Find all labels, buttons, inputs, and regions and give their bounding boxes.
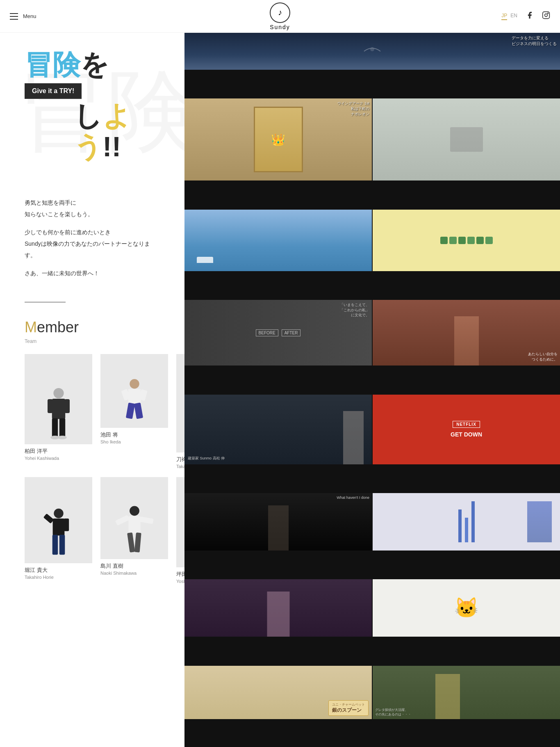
member-title: M ember <box>25 319 160 336</box>
menu-label: Menu <box>23 13 36 19</box>
section-divider <box>25 302 66 302</box>
svg-rect-4 <box>52 399 65 419</box>
member-name-en-shimakawa: Naoki Shimakawa <box>100 571 168 576</box>
get-down-label: GET DOWN <box>451 431 482 438</box>
member-photo-kashiwada <box>25 354 92 444</box>
member-name-en-kashiwada: Yohei Kashiwada <box>25 456 92 461</box>
header-right: JP EN <box>501 11 550 21</box>
member-card-kashiwada: 柏田 洋平 Yohei Kashiwada <box>25 354 92 469</box>
member-section: M ember Team <box>0 311 184 592</box>
video-thumb-netflix[interactable]: NETFLIX GET DOWN <box>373 395 560 464</box>
give-it-banner: Give it a TRY! <box>25 83 82 99</box>
hero-line1: 冒険を <box>25 49 160 80</box>
body-para2: 少しでも何かを前に進めたいときSundyは映像の力であなたのパートナーとなります… <box>25 226 160 261</box>
hero-kanji-exclaim: !! <box>102 131 121 162</box>
svg-rect-7 <box>52 418 57 437</box>
hero-big-text: 冒険を Give it a TRY! しよう!! <box>25 49 160 162</box>
svg-rect-35 <box>52 535 58 555</box>
member-photo-ikeda <box>100 354 168 428</box>
member-ember: ember <box>37 319 79 336</box>
svg-point-57 <box>370 47 374 51</box>
lang-switcher: JP EN <box>501 13 517 20</box>
before-label: BEFORE <box>256 329 278 336</box>
video-thumb-before-after[interactable]: BEFORE AFTER 「いまをこえて、「これからの私」に文化で。 <box>184 300 372 366</box>
svg-rect-41 <box>127 532 135 553</box>
svg-point-37 <box>130 506 139 516</box>
svg-rect-16 <box>134 402 143 419</box>
member-name-jp-horie: 堀江 貴大 <box>25 567 92 574</box>
hero-line2: しよう!! <box>74 101 160 162</box>
instagram-link[interactable] <box>542 11 550 21</box>
member-name-jp-ikeda: 池田 将 <box>100 431 168 439</box>
video-thumb-drone[interactable]: データを力に変えるビジネスの明日をつくる <box>184 33 560 70</box>
member-photo-horie <box>25 477 92 563</box>
svg-rect-34 <box>64 519 69 531</box>
video-thumb-girl[interactable] <box>184 579 372 637</box>
video-thumb-man[interactable]: What haven't I done <box>184 493 372 551</box>
svg-rect-5 <box>48 399 53 413</box>
member-name-jp-shimakawa: 島川 直樹 <box>100 562 168 570</box>
video-thumb-cat[interactable]: 🐱 <box>373 579 560 637</box>
video-thumb-architect[interactable]: 建築家 Sunmo 高松 伸 <box>184 395 372 464</box>
svg-rect-38 <box>128 516 140 533</box>
video-thumb-blue-art[interactable] <box>373 493 560 551</box>
svg-rect-39 <box>115 515 130 525</box>
svg-point-31 <box>54 509 63 518</box>
svg-point-11 <box>130 379 139 388</box>
member-M: M <box>25 319 37 336</box>
video-thumb-frogs[interactable] <box>373 210 560 271</box>
hero-kanji-dark1: を <box>80 49 109 80</box>
member-silhouette-horie <box>40 504 77 563</box>
member-card-ikeda: 池田 将 Sho Ikeda <box>100 354 168 469</box>
logo-symbol: ♪ <box>278 8 282 17</box>
hero-kanji-blue: 冒険 <box>25 49 80 80</box>
man-figure <box>268 505 289 551</box>
video-thumb-costume[interactable]: グレタ探偵が大活躍、その先にあるのは・・・ <box>373 666 560 719</box>
member-card-shimakawa: 島川 直樹 Naoki Shimakawa <box>100 477 168 584</box>
member-photo-shimakawa <box>100 477 168 559</box>
logo-circle: ♪ <box>270 2 290 23</box>
video-thumb-room[interactable] <box>373 98 560 180</box>
svg-rect-40 <box>139 516 153 524</box>
video-thumb-napoleon[interactable]: 👑 ウイングアーク 1st私は下町のナポレオン <box>184 98 372 180</box>
right-panel: データを力に変えるビジネスの明日をつくる 👑 ウイングアーク 1st私は下町のナ… <box>184 33 560 747</box>
girl-figure <box>267 592 289 637</box>
header-left: Menu <box>10 13 36 20</box>
svg-point-10 <box>58 436 67 439</box>
svg-point-1 <box>545 14 548 17</box>
svg-rect-33 <box>43 514 54 524</box>
member-name-en-horie: Takahiro Horie <box>25 575 92 580</box>
svg-rect-6 <box>64 399 70 413</box>
woman-figure <box>454 316 479 366</box>
member-name-en-ikeda: Sho Ikeda <box>100 439 168 444</box>
hero-section: 冒険 冒険を Give it a TRY! しよう!! <box>0 33 184 180</box>
svg-rect-32 <box>52 519 64 535</box>
left-panel: 冒険 冒険を Give it a TRY! しよう!! 勇気と知恵を両手に知らな… <box>0 0 184 747</box>
member-card-horie: 堀江 貴大 Takahiro Horie <box>25 477 92 584</box>
member-subtitle: Team <box>25 338 160 344</box>
logo-area[interactable]: ♪ Sundy <box>270 2 290 30</box>
lang-jp-button[interactable]: JP <box>501 13 507 20</box>
video-label-woman: あたらしい自分をつくるために。 <box>528 352 558 362</box>
silver-spoon-label: ユニ・チャームペット 銀のスプーン <box>328 700 369 716</box>
member-name-jp-kashiwada: 柏田 洋平 <box>25 448 92 455</box>
svg-point-2 <box>548 13 549 14</box>
video-thumb-silver[interactable]: ユニ・チャームペット 銀のスプーン <box>184 666 372 719</box>
video-label-man: What haven't I done <box>337 496 369 500</box>
page-container: 冒険 冒険を Give it a TRY! しよう!! 勇気と知恵を両手に知らな… <box>0 0 560 747</box>
video-label-before-after: 「いまをこえて、「これからの私」に文化で。 <box>340 302 369 318</box>
video-label-architect: 建築家 Sunmo 高松 伸 <box>188 456 225 461</box>
facebook-link[interactable] <box>526 11 534 21</box>
video-thumb-sea[interactable] <box>184 210 372 271</box>
body-text-section: 勇気と知恵を両手に知らないことを楽しもう。 少しでも何かを前に進めたいときSun… <box>0 180 184 294</box>
svg-rect-12 <box>128 389 141 404</box>
member-silhouette-shimakawa <box>112 502 157 559</box>
svg-rect-42 <box>134 532 141 553</box>
body-para1: 勇気と知恵を両手に知らないことを楽しもう。 <box>25 197 160 220</box>
netflix-label: NETFLIX <box>453 421 480 428</box>
video-thumb-woman[interactable]: あたらしい自分をつくるために。 <box>373 300 560 366</box>
after-label: AFTER <box>282 329 301 336</box>
hamburger-menu[interactable] <box>10 13 18 20</box>
lang-en-button[interactable]: EN <box>510 13 517 20</box>
member-silhouette-kashiwada <box>40 383 77 444</box>
